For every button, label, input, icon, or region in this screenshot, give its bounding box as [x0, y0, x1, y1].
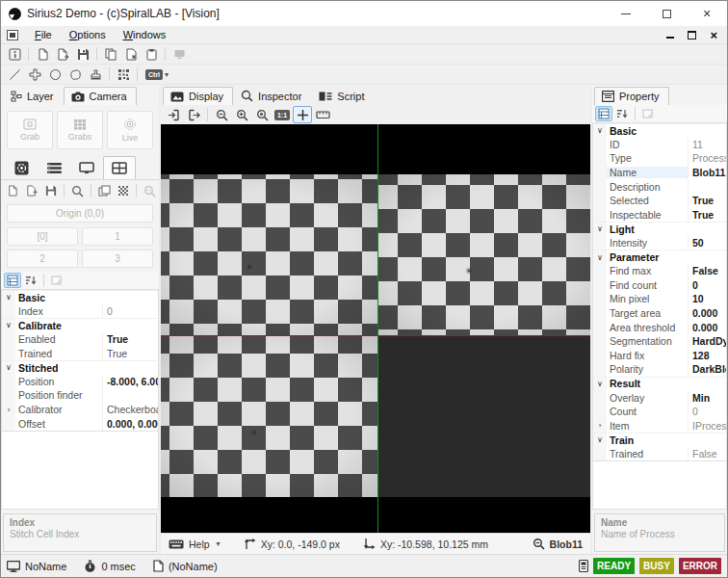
property-row[interactable]: Offset 0.000, 0.000	[2, 416, 158, 431]
stitch-cell-button[interactable]: 3	[82, 250, 153, 268]
grab-button[interactable]: Grab	[7, 111, 53, 149]
property-value[interactable]: DarkBlobs	[688, 362, 726, 377]
property-row[interactable]: ∨ Stitched	[2, 360, 158, 375]
chevron-down-icon[interactable]: ▾	[217, 539, 221, 548]
property-row[interactable]: Trained True	[2, 346, 158, 360]
property-value[interactable]: True	[688, 194, 726, 208]
property-row[interactable]: Position finder	[2, 388, 158, 403]
ctrl-modifier-button[interactable]: Ctrl ▾	[142, 66, 172, 83]
property-row[interactable]: Inspectable True	[593, 208, 726, 223]
image-viewport[interactable]	[161, 124, 590, 533]
close-button[interactable]: ×	[687, 1, 727, 26]
mdi-minimize-button[interactable]	[666, 37, 674, 39]
line-icon[interactable]	[5, 66, 24, 83]
property-value[interactable]: 0.000	[688, 320, 726, 334]
menu-item[interactable]: File	[26, 27, 61, 42]
categorize-icon[interactable]	[595, 106, 612, 121]
subtab-monitor[interactable]	[70, 156, 103, 179]
copy-document-icon[interactable]	[101, 45, 120, 63]
property-row[interactable]: Enabled True	[2, 332, 158, 347]
property-row[interactable]: ∨ Train	[593, 433, 726, 447]
property-row[interactable]: Target area 0.000	[593, 306, 726, 321]
origin-button[interactable]: Origin (0,0)	[7, 204, 153, 223]
property-value[interactable]: True	[102, 346, 158, 360]
matrix-code-icon[interactable]	[114, 66, 133, 83]
property-value[interactable]: ProcessBlobVP	[688, 151, 726, 166]
mdi-child-icon[interactable]	[7, 30, 18, 40]
property-value[interactable]: 0.000, 0.000	[102, 416, 158, 431]
help-dropdown[interactable]: Help	[189, 539, 210, 550]
save-icon[interactable]	[73, 45, 92, 63]
property-value[interactable]: True	[102, 332, 158, 347]
cross-shape-icon[interactable]	[25, 66, 44, 83]
stitch-cell-button[interactable]: [0]	[7, 227, 78, 246]
one-to-one-icon[interactable]: 1:1	[273, 106, 292, 123]
property-value[interactable]: 10	[688, 292, 726, 306]
property-row[interactable]: ID 11	[593, 138, 726, 152]
zoom-dots-icon[interactable]	[141, 182, 159, 199]
property-row[interactable]: Description	[593, 179, 726, 194]
tab-property[interactable]: Property	[594, 87, 669, 105]
zoom-in-icon[interactable]	[232, 106, 251, 123]
property-row[interactable]: ∨ Result	[593, 377, 726, 391]
new-document-icon[interactable]	[4, 182, 22, 199]
zoom-out-icon[interactable]	[212, 106, 231, 123]
property-value[interactable]: 50	[688, 236, 726, 250]
property-row[interactable]: ∨ Parameter	[593, 250, 726, 264]
property-value[interactable]: -8.000, 6.004	[102, 375, 158, 389]
property-value[interactable]: 0	[688, 278, 726, 293]
property-pages-icon[interactable]	[48, 273, 65, 288]
subtab-list[interactable]	[38, 156, 70, 179]
property-value[interactable]: CheckerboardEfficient (	[102, 403, 158, 417]
property-row[interactable]: Find count 0	[593, 278, 726, 293]
categorize-icon[interactable]	[4, 273, 21, 288]
property-row[interactable]: Segmentation HardDynamicThresh	[593, 334, 726, 349]
subtab-aperture[interactable]	[5, 156, 38, 179]
property-row[interactable]: Overlay Min	[593, 390, 726, 405]
zoom-icon[interactable]	[68, 182, 87, 199]
maximize-button[interactable]	[646, 1, 687, 26]
paste-icon[interactable]	[142, 45, 161, 63]
pan-out-icon[interactable]	[184, 106, 203, 123]
new-document-icon[interactable]	[33, 45, 52, 63]
property-row[interactable]: Name Blob11	[593, 166, 726, 180]
property-row[interactable]: Min pixel 10	[593, 292, 726, 306]
property-row[interactable]: › Item IProcessResult[] Array	[593, 418, 726, 433]
property-row[interactable]: Position -8.000, 6.004	[2, 375, 158, 389]
property-row[interactable]: ∨ Calibrate	[2, 318, 158, 332]
property-value[interactable]: 11	[688, 138, 726, 152]
property-row[interactable]: ∨ Basic	[593, 123, 726, 138]
property-value[interactable]: False	[688, 264, 726, 278]
crosshair-icon[interactable]	[293, 106, 312, 123]
tab-inspector[interactable]: Inspector	[233, 86, 311, 105]
property-row[interactable]: ∨ Basic	[2, 290, 158, 304]
info-icon[interactable]	[5, 45, 24, 63]
stamp-icon[interactable]	[86, 66, 105, 83]
property-value[interactable]	[102, 388, 158, 403]
sort-az-icon[interactable]	[22, 273, 39, 288]
zoom-region-icon[interactable]	[252, 106, 272, 123]
property-pages-icon[interactable]	[639, 106, 657, 121]
tab-display[interactable]: Display	[163, 87, 233, 105]
tab-camera[interactable]: Camera	[64, 87, 137, 105]
property-row[interactable]: Area threshold 0.000	[593, 320, 726, 334]
property-value[interactable]: 0	[688, 405, 726, 419]
property-value[interactable]: HardDynamicThresh	[688, 334, 726, 349]
property-value[interactable]: 128	[688, 349, 726, 363]
stitch-cell-button[interactable]: 2	[7, 250, 78, 268]
dither-grid-icon[interactable]	[115, 182, 133, 199]
property-row[interactable]: Intensity 50	[593, 236, 726, 250]
property-value[interactable]: 0	[102, 304, 158, 319]
property-row[interactable]: › Calibrator CheckerboardEfficient (	[2, 403, 158, 417]
open-document-icon[interactable]	[53, 45, 72, 63]
circle-icon[interactable]	[45, 66, 65, 83]
property-row[interactable]: ∨ Light	[593, 222, 726, 236]
save-icon[interactable]	[42, 182, 61, 199]
property-value[interactable]: True	[688, 208, 726, 223]
property-row[interactable]: Selected True	[593, 194, 726, 208]
document-asterisk-icon[interactable]	[121, 45, 141, 63]
property-row[interactable]: Type ProcessBlobVP	[593, 151, 726, 166]
property-row[interactable]: Find max False	[593, 264, 726, 278]
grabs-button[interactable]: Grabs	[57, 111, 103, 149]
ruler-icon[interactable]	[313, 106, 332, 123]
